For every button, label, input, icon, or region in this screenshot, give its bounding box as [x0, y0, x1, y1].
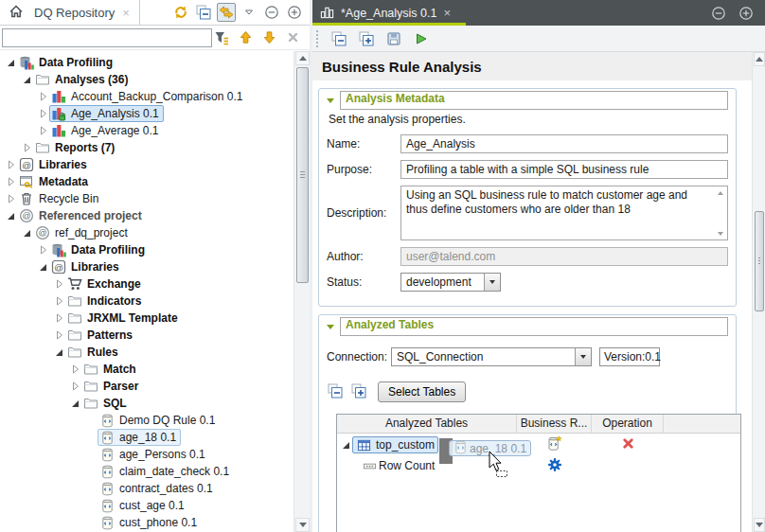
tree-item-cust-age-0-1[interactable]: cust_age 0.1 [0, 497, 294, 514]
section-header-analyzed-tables[interactable]: Analyzed Tables [327, 319, 728, 334]
home-icon[interactable] [8, 4, 25, 21]
scroll-down-button[interactable] [754, 518, 765, 532]
tree-item-indicators[interactable]: Indicators [0, 293, 294, 310]
move-down-button[interactable] [259, 28, 278, 47]
scroll-down-icon[interactable] [716, 229, 724, 238]
tab-dq-repository[interactable]: DQ Repository × [25, 0, 140, 25]
delete-icon[interactable] [621, 436, 635, 453]
table-row-top-custom[interactable]: top_custom [337, 434, 740, 456]
expand-sections-button[interactable] [357, 29, 376, 48]
expand-arrow-icon[interactable] [69, 364, 81, 375]
expand-arrow-icon[interactable] [37, 108, 49, 119]
toolbar-drag-handle[interactable] [316, 30, 319, 47]
description-field[interactable]: Using an SQL business rule to match cust… [400, 186, 728, 240]
expand-arrow-icon[interactable] [5, 193, 17, 204]
repository-filter-input[interactable] [2, 28, 212, 47]
tree-item-recycle-bin[interactable]: Recycle Bin [0, 190, 294, 207]
scroll-up-button[interactable] [295, 51, 310, 65]
tree-item-jrxml-template[interactable]: JRXML Template [0, 310, 294, 327]
link-with-editor-button[interactable] [217, 3, 236, 22]
tree-item-parser[interactable]: Parser [0, 378, 294, 395]
filter-button[interactable] [212, 28, 231, 47]
tree-item-match[interactable]: Match [0, 361, 294, 378]
tree-item-reports-7[interactable]: Reports (7) [0, 139, 294, 156]
expand-arrow-icon[interactable] [69, 381, 81, 392]
maximize-editor-button[interactable] [737, 4, 756, 23]
chevron-down-icon[interactable] [484, 274, 500, 291]
collapse-arrow-icon[interactable] [340, 439, 352, 451]
purpose-field[interactable] [400, 160, 728, 179]
expand-arrow-icon[interactable] [53, 329, 65, 341]
expand-arrow-icon[interactable] [37, 244, 49, 256]
expand-arrow-icon[interactable] [37, 91, 49, 102]
tree-item-age-analysis-0-1[interactable]: Age_Analysis 0.1 [0, 105, 294, 122]
refresh-button[interactable] [171, 3, 190, 22]
expand-arrow-icon[interactable] [53, 312, 65, 324]
move-up-button[interactable] [236, 28, 255, 47]
scrollbar-thumb[interactable] [296, 67, 309, 283]
run-button[interactable] [412, 29, 431, 48]
tree-item-demo-dq-rule-0-1[interactable]: Demo DQ Rule 0.1 [0, 412, 294, 429]
maximize-view-button[interactable] [285, 3, 304, 22]
collapse-arrow-icon[interactable] [21, 227, 33, 239]
column-header-operation[interactable]: Operation [592, 415, 664, 433]
collapse-table-button[interactable] [327, 383, 344, 400]
tree-item-data-profiling[interactable]: Data Profiling [0, 54, 294, 71]
tab-age-analysis[interactable]: *Age_Analysis 0.1 × [312, 0, 460, 26]
collapse-arrow-icon[interactable] [5, 210, 17, 222]
status-dropdown[interactable]: development [400, 273, 501, 292]
scroll-up-button[interactable] [754, 52, 765, 66]
tree-item-claim-date-check-0-1[interactable]: claim_date_check 0.1 [0, 463, 294, 480]
table-row-row-count[interactable]: Row Count [337, 456, 740, 475]
tree-item-rules[interactable]: Rules [0, 344, 294, 361]
chevron-down-icon[interactable] [575, 348, 591, 365]
collapse-arrow-icon[interactable] [37, 261, 49, 273]
column-header-business-r[interactable]: Business R... [517, 415, 592, 433]
minimize-editor-button[interactable] [709, 4, 728, 23]
tree-item-age-18-0-1[interactable]: age_18 0.1 [0, 429, 294, 446]
tree-item-libraries[interactable]: @Libraries [0, 258, 294, 275]
section-twistie-icon[interactable] [327, 325, 334, 329]
collapse-arrow-icon[interactable] [53, 346, 65, 358]
tree-item-cust-phone-0-1[interactable]: cust_phone 0.1 [0, 514, 294, 531]
column-header-empty[interactable] [664, 415, 740, 433]
expand-arrow-icon[interactable] [53, 295, 65, 307]
scroll-up-icon[interactable] [716, 188, 724, 197]
select-tables-button[interactable]: Select Tables [378, 381, 466, 402]
tree-item-analyses-36[interactable]: Analyses (36) [0, 71, 294, 88]
scroll-down-button[interactable] [295, 518, 310, 532]
tree-item-sql[interactable]: SQL [0, 395, 294, 412]
clear-filter-button[interactable] [283, 28, 302, 47]
scrollbar-thumb[interactable] [755, 211, 764, 311]
section-twistie-icon[interactable] [327, 98, 334, 103]
expand-arrow-icon[interactable] [5, 159, 17, 170]
tree-item-data-profiling[interactable]: Data Profiling [0, 241, 294, 258]
close-icon[interactable]: × [443, 7, 451, 19]
tree-item-ref-dq-project[interactable]: @ref_dq_project [0, 224, 294, 241]
gear-icon[interactable] [547, 457, 562, 475]
tree-item-metadata[interactable]: Metadata [0, 173, 294, 190]
collapse-all-button[interactable] [194, 3, 213, 22]
expand-arrow-icon[interactable] [21, 142, 33, 153]
tree-item-exchange[interactable]: Exchange [0, 275, 294, 293]
collapse-arrow-icon[interactable] [21, 74, 33, 85]
tree-item-age-persons-0-1[interactable]: age_Persons 0.1 [0, 446, 294, 463]
expand-table-button[interactable] [350, 383, 367, 400]
tree-item-patterns[interactable]: Patterns [0, 327, 294, 344]
expand-arrow-icon[interactable] [37, 125, 49, 136]
section-header-analysis-metadata[interactable]: Analysis Metadata [327, 93, 728, 108]
editor-scrollbar[interactable] [752, 52, 765, 532]
tree-item-account-backup-comparison-0-1[interactable]: Account_Backup_Comparison 0.1 [0, 88, 294, 105]
column-header-analyzed-tables[interactable]: Analyzed Tables [337, 415, 517, 433]
repository-scrollbar[interactable] [294, 51, 310, 532]
business-rule-new-icon[interactable] [546, 435, 562, 454]
view-menu-button[interactable] [240, 3, 258, 22]
tree-item-libraries[interactable]: @Libraries [0, 156, 294, 173]
name-field[interactable] [400, 134, 728, 153]
expand-arrow-icon[interactable] [5, 176, 17, 187]
collapse-arrow-icon[interactable] [69, 398, 81, 409]
tree-item-contract-dates-0-1[interactable]: contract_dates 0.1 [0, 480, 294, 497]
save-button[interactable] [384, 29, 403, 48]
minimize-view-button[interactable] [262, 3, 281, 22]
connection-dropdown[interactable]: SQL_Connection [391, 347, 592, 366]
